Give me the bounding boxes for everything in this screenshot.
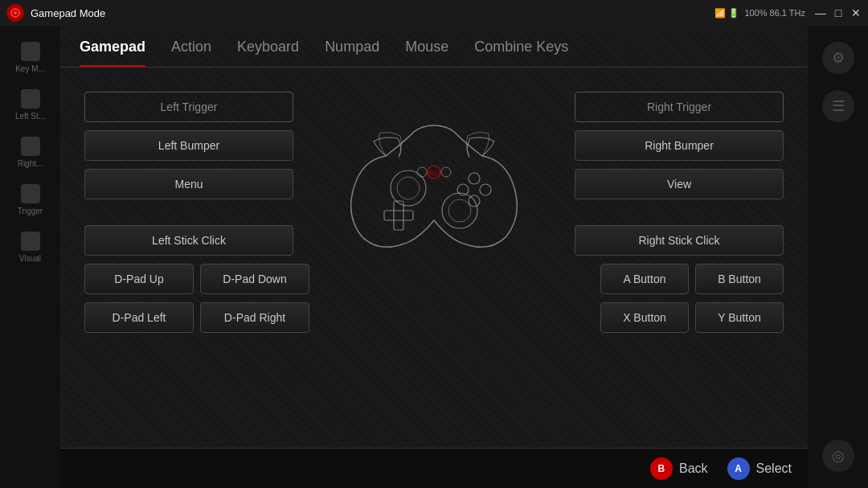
- tab-keyboard[interactable]: Keyboard: [237, 39, 299, 67]
- svg-point-1: [14, 11, 17, 14]
- trigger-icon: [21, 184, 40, 203]
- svg-rect-7: [384, 211, 413, 220]
- back-action[interactable]: B Back: [650, 457, 708, 480]
- svg-text:ROG: ROG: [428, 170, 440, 176]
- right-trigger-button[interactable]: Right Trigger: [575, 92, 784, 122]
- keymapping-icon: [21, 42, 40, 61]
- tab-combine-keys[interactable]: Combine Keys: [474, 39, 568, 67]
- rightstick-icon: [21, 137, 40, 156]
- window-title: Gamepad Mode: [31, 7, 105, 19]
- controller-diagram: ROG: [338, 92, 530, 269]
- b-button[interactable]: B Button: [695, 264, 784, 294]
- back-icon: B: [650, 457, 673, 480]
- a-button[interactable]: A Button: [600, 264, 689, 294]
- right-bumper-button[interactable]: Right Bumper: [575, 130, 784, 161]
- select-label: Select: [756, 461, 792, 476]
- dpad-row-1: D-Pad Up D-Pad Down: [84, 264, 309, 294]
- left-trigger-button[interactable]: Left Trigger: [84, 92, 293, 122]
- sidebar-item-trigger[interactable]: Trigger: [18, 184, 43, 215]
- tab-mouse[interactable]: Mouse: [405, 39, 448, 67]
- svg-rect-6: [394, 201, 403, 230]
- tab-action[interactable]: Action: [171, 39, 211, 67]
- sidebar-item-label: Trigger: [18, 207, 43, 215]
- status-bar: 📶 🔋 100% 86.1 THz: [714, 8, 805, 18]
- dpad-down-button[interactable]: D-Pad Down: [200, 264, 309, 294]
- titlebar-right: 📶 🔋 100% 86.1 THz — □ ✕: [714, 7, 862, 18]
- svg-point-12: [417, 167, 427, 177]
- minimize-button[interactable]: —: [815, 7, 826, 18]
- window-controls: — □ ✕: [815, 7, 862, 18]
- dpad-up-button[interactable]: D-Pad Up: [84, 264, 194, 294]
- controller-layout: Left Trigger Left Bumper Menu Left Stick…: [84, 92, 784, 333]
- sidebar-item-visual[interactable]: Visual: [19, 232, 41, 263]
- face-btn-row-2: X Button Y Button: [600, 302, 784, 333]
- left-bumper-button[interactable]: Left Bumper: [84, 130, 293, 161]
- bottom-bar: B Back A Select: [60, 448, 808, 488]
- right-stick-click-button[interactable]: Right Stick Click: [575, 225, 784, 256]
- titlebar-left: Gamepad Mode: [6, 4, 105, 22]
- content-area: Left Trigger Left Bumper Menu Left Stick…: [60, 68, 808, 349]
- right-panel-menu-icon[interactable]: ☰: [822, 90, 854, 122]
- sidebar-item-label: Key M...: [15, 64, 45, 73]
- y-button[interactable]: Y Button: [695, 302, 784, 333]
- sidebar-item-label: Visual: [19, 254, 41, 263]
- sidebar-item-leftstick[interactable]: Left St...: [15, 89, 45, 121]
- svg-point-8: [469, 173, 480, 184]
- menu-button[interactable]: Menu: [84, 169, 293, 199]
- dpad-row-2: D-Pad Left D-Pad Right: [84, 302, 309, 333]
- center-controller: ROG: [309, 92, 559, 269]
- sidebar-item-label: Right...: [18, 159, 43, 168]
- dpad-left-button[interactable]: D-Pad Left: [84, 302, 194, 333]
- status-text: 100% 86.1 THz: [744, 8, 805, 18]
- select-action[interactable]: A Select: [727, 457, 792, 480]
- close-button[interactable]: ✕: [850, 7, 862, 18]
- left-controls: Left Trigger Left Bumper Menu Left Stick…: [84, 92, 309, 333]
- visual-icon: [21, 232, 40, 251]
- maximize-button[interactable]: □: [833, 7, 844, 18]
- right-panel-settings-icon[interactable]: ⚙: [822, 42, 854, 74]
- titlebar: Gamepad Mode 📶 🔋 100% 86.1 THz — □ ✕: [0, 0, 868, 26]
- svg-point-4: [442, 193, 477, 228]
- status-icons: 📶 🔋: [714, 8, 739, 18]
- sidebar: Key M... Left St... Right... Trigger Vis…: [0, 26, 60, 488]
- dpad-right-button[interactable]: D-Pad Right: [200, 302, 309, 333]
- right-panel-circle-icon[interactable]: ◎: [822, 440, 854, 472]
- sidebar-item-rightstick[interactable]: Right...: [18, 137, 43, 168]
- main-window: Gamepad Action Keyboard Numpad Mouse Com…: [60, 26, 808, 488]
- svg-point-3: [397, 177, 420, 199]
- rog-logo-icon: [6, 4, 24, 22]
- svg-point-9: [480, 184, 491, 195]
- left-stick-click-button[interactable]: Left Stick Click: [84, 225, 293, 256]
- back-label: Back: [679, 461, 708, 476]
- face-btn-row-1: A Button B Button: [600, 264, 784, 294]
- x-button[interactable]: X Button: [600, 302, 689, 333]
- view-button[interactable]: View: [575, 169, 784, 199]
- tab-gamepad[interactable]: Gamepad: [80, 39, 145, 67]
- sidebar-item-label: Left St...: [15, 112, 45, 121]
- tab-numpad[interactable]: Numpad: [325, 39, 379, 67]
- svg-point-14: [441, 167, 451, 177]
- leftstick-icon: [21, 89, 40, 109]
- svg-point-5: [448, 199, 471, 222]
- right-controls: Right Trigger Right Bumper View Right St…: [559, 92, 784, 333]
- right-panel: ⚙ ☰ ◎: [808, 26, 868, 488]
- select-icon: A: [727, 457, 750, 480]
- tab-bar: Gamepad Action Keyboard Numpad Mouse Com…: [60, 26, 808, 68]
- sidebar-item-keymapping[interactable]: Key M...: [15, 42, 45, 73]
